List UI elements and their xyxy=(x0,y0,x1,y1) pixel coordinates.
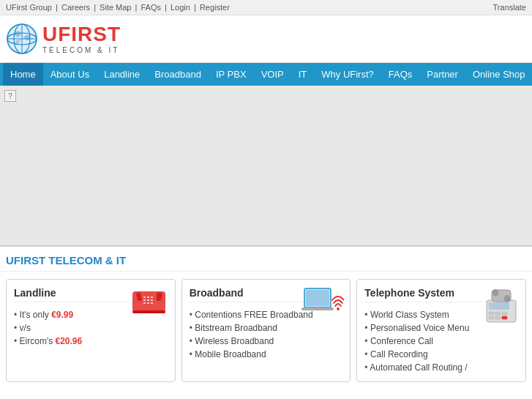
section-title: UFIRST TELECOM & IT xyxy=(0,247,532,272)
banner-question-icon[interactable]: ? xyxy=(4,90,16,102)
logo-tagline: TELECOM & IT xyxy=(42,46,121,54)
landline-item-2: v/s xyxy=(14,321,168,335)
broadband-item-4: Mobile Broadband xyxy=(190,348,343,361)
nav-about-us[interactable]: About Us xyxy=(43,63,97,86)
svg-rect-18 xyxy=(306,290,329,306)
nav-faqs[interactable]: FAQs xyxy=(381,63,420,86)
nav-landline[interactable]: Landline xyxy=(97,63,147,86)
svg-point-20 xyxy=(337,307,340,310)
telephone-item-5: Automated Call Routing / xyxy=(364,361,518,374)
landline-price1: €9.99 xyxy=(51,310,73,320)
topbar-link-sitemap[interactable]: Site Map xyxy=(100,3,131,12)
topbar-link-careers[interactable]: Careers xyxy=(61,3,90,12)
top-bar: UFirst Group | Careers | Site Map | FAQs… xyxy=(0,0,532,15)
svg-rect-28 xyxy=(502,316,507,319)
svg-rect-25 xyxy=(502,312,507,315)
svg-point-31 xyxy=(504,295,510,302)
svg-rect-15 xyxy=(151,302,153,304)
nav-online-shop[interactable]: Online Shop xyxy=(465,63,532,86)
topbar-link-faqs[interactable]: FAQs xyxy=(141,3,161,12)
telephone-system-icon xyxy=(483,286,520,328)
broadband-item-3: Wireless Broadband xyxy=(190,335,343,348)
svg-rect-10 xyxy=(143,299,146,301)
nav-ip-pbx[interactable]: IP PBX xyxy=(209,63,254,86)
svg-rect-12 xyxy=(151,299,153,301)
broadband-item-2: Bitstream Broadband xyxy=(190,321,343,335)
svg-rect-19 xyxy=(301,307,334,310)
topbar-link-login[interactable]: Login xyxy=(171,3,190,12)
telephone-item-3: Conference Call xyxy=(364,335,518,348)
svg-point-30 xyxy=(492,289,498,297)
svg-rect-27 xyxy=(495,316,501,319)
nav: Home About Us Landline Broadband IP PBX … xyxy=(0,63,532,86)
broadband-icon xyxy=(300,286,344,323)
svg-rect-22 xyxy=(489,302,509,310)
header: UFIRST TELECOM & IT xyxy=(0,15,532,63)
nav-broadband[interactable]: Broadband xyxy=(147,63,209,86)
card-broadband: Broadband Contentions FREE Broadband Bit… xyxy=(181,279,351,382)
logo-u-letter: U xyxy=(42,23,58,45)
logo-container: UFIRST TELECOM & IT xyxy=(6,23,121,55)
nav-partner[interactable]: Partner xyxy=(419,63,465,86)
logo-first-text: FIRST xyxy=(58,23,121,45)
svg-rect-8 xyxy=(147,297,149,298)
top-bar-links: UFirst Group | Careers | Site Map | FAQs… xyxy=(6,3,230,12)
nav-why-ufirst[interactable]: Why UFirst? xyxy=(314,63,381,86)
nav-voip[interactable]: VOIP xyxy=(254,63,291,86)
svg-rect-9 xyxy=(151,297,153,298)
cards-container: Landline xyxy=(0,279,532,389)
card-telephone-system: Telephone System World Cl xyxy=(356,279,526,382)
topbar-link-register[interactable]: Register xyxy=(200,3,230,12)
svg-rect-24 xyxy=(495,312,501,315)
svg-rect-16 xyxy=(132,310,165,313)
phone-icon xyxy=(129,286,169,321)
svg-rect-13 xyxy=(143,302,146,304)
telephone-item-4: Call Recording xyxy=(364,348,518,361)
nav-it[interactable]: IT xyxy=(291,63,315,86)
landline-item-3: Eircom's €20.96 xyxy=(14,335,168,348)
landline-price2: €20.96 xyxy=(56,336,83,346)
svg-rect-7 xyxy=(143,297,146,298)
logo-text-container: UFIRST TELECOM & IT xyxy=(42,24,121,54)
svg-rect-23 xyxy=(489,312,494,315)
card-landline: Landline xyxy=(6,279,176,382)
translate-label[interactable]: Translate xyxy=(493,3,526,12)
svg-rect-14 xyxy=(147,302,149,304)
banner: ? xyxy=(0,86,532,247)
svg-rect-26 xyxy=(489,316,494,319)
globe-icon xyxy=(6,23,38,55)
logo-brand: UFIRST xyxy=(42,24,121,45)
svg-rect-11 xyxy=(147,299,149,301)
nav-home[interactable]: Home xyxy=(3,63,43,86)
topbar-link-ufirst-group[interactable]: UFirst Group xyxy=(6,3,52,12)
